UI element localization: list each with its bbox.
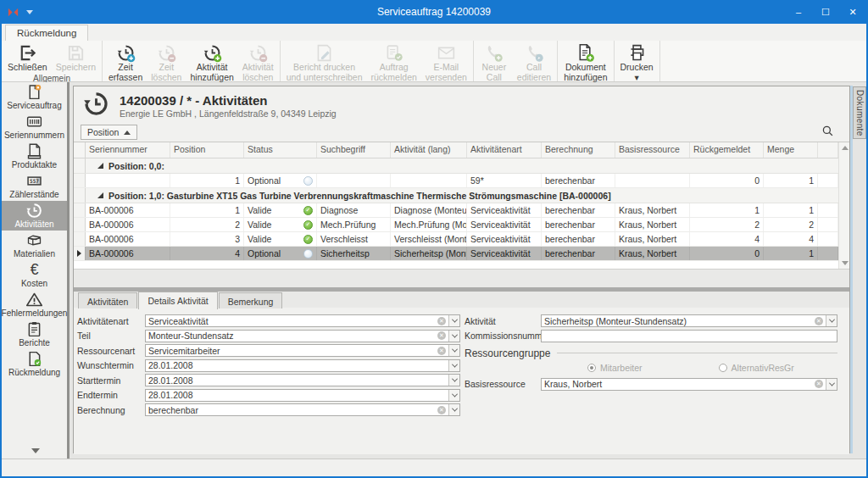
sidebar-item-label: Berichte [19, 338, 50, 347]
sidebar-item-produktakte[interactable]: Produktakte [2, 142, 67, 171]
clear-icon[interactable]: ✕ [437, 406, 446, 414]
radio-mitarbeiter[interactable]: Mitarbeiter [587, 363, 643, 373]
button-label: Bericht druckenund unterschreiben [287, 63, 363, 83]
sidebar-item-r-ckmeldung[interactable]: Rückmeldung [2, 349, 67, 379]
starttermin-field[interactable]: 28.01.2008 [145, 374, 460, 386]
column-header-seriennummer[interactable]: Seriennummer [86, 142, 170, 158]
column-header-basisressource[interactable]: Basisressource [615, 142, 690, 158]
sidebar-item-kosten[interactable]: €Kosten [2, 260, 67, 290]
activities-grid: SeriennummerPositionStatusSuchbegriffAkt… [74, 142, 849, 269]
sidebar-item-seriennummern[interactable]: Seriennummern [2, 112, 67, 142]
berechnung-field[interactable]: berechenbar✕ [145, 403, 460, 416]
group-expand-icon[interactable] [97, 163, 103, 169]
groupby-chip-position[interactable]: Position [81, 125, 137, 140]
table-row[interactable]: BA-0000063Valide✓VerschleisstVerschleiss… [74, 232, 838, 247]
ressourcenart-field[interactable]: Servicemitarbeiter✕ [145, 344, 460, 357]
group-expand-icon[interactable] [97, 192, 103, 198]
sidebar-item-materialien[interactable]: Materialien [2, 231, 67, 260]
activity-add-button[interactable]: Aktivitäthinzufügen [186, 42, 237, 83]
column-header-status[interactable]: Status [244, 142, 317, 158]
maximize-button[interactable]: ☐ [812, 0, 839, 24]
column-header-menge[interactable]: Menge [764, 142, 818, 158]
dropdown-button[interactable] [826, 315, 837, 326]
panel-header: 14200039 / * - Aktivitäten Energie LE Gm… [74, 86, 849, 125]
cell-berechnung: berechenbar [542, 247, 615, 260]
table-row[interactable]: BA-0000064OptionalSicherheitspSicherheit… [74, 247, 838, 261]
column-header-aktivit-tenart[interactable]: Aktivitätenart [467, 142, 542, 158]
grid-scrollbar[interactable] [838, 142, 849, 269]
minimize-button[interactable]: – [785, 0, 812, 24]
svg-text:€: € [31, 261, 39, 278]
dropdown-button[interactable] [448, 404, 459, 415]
tab-bemerkung[interactable]: Bemerkung [219, 292, 283, 309]
basisressource-field[interactable]: Kraus, Norbert ✕ [541, 378, 837, 391]
chevron-down-icon [828, 317, 834, 323]
chevron-down-icon [451, 391, 457, 397]
counter-icon: 557 [25, 172, 43, 190]
printer-button[interactable]: Drucken▾ [616, 42, 658, 83]
endtermin-field[interactable]: 28.01.2008 [145, 389, 460, 402]
dokumente-side-tab[interactable]: Dokumente [853, 86, 866, 139]
clear-icon[interactable]: ✕ [437, 347, 446, 355]
document-add-button[interactable]: Dokumenthinzufügen [559, 42, 611, 83]
kommissionsnummer-field[interactable] [541, 330, 837, 342]
radio-alternativresgr[interactable]: AlternativResGr [719, 363, 794, 373]
grid-group-row[interactable]: Position: 1,0: Gasturbine XT15 Gas Turbi… [74, 188, 838, 203]
dropdown-button[interactable] [448, 315, 459, 326]
time-add-button[interactable]: Zeiterfassen [104, 42, 147, 83]
dropdown-button[interactable] [448, 360, 459, 371]
dock-splitter[interactable] [850, 86, 853, 453]
column-header-berechnung[interactable]: Berechnung [542, 142, 615, 158]
dropdown-button[interactable] [448, 375, 459, 386]
close-button[interactable]: ✕ [839, 0, 866, 24]
clear-icon[interactable]: ✕ [815, 317, 823, 325]
search-button[interactable] [821, 125, 834, 141]
cell-aktivitaetenart: Serviceaktivität [467, 203, 542, 217]
chevron-down-icon [451, 331, 457, 337]
sidebar-item-serviceauftrag[interactable]: Serviceauftrag [2, 82, 67, 112]
column-header-r-ckgemeldet[interactable]: Rückgemeldet [690, 142, 764, 158]
table-row[interactable]: BA-0000061Valide✓DiagnoseDiagnose (Monte… [74, 203, 838, 218]
sidebar-item-aktivit-ten[interactable]: Aktivitäten [2, 201, 67, 231]
form-row: Berechnungberechenbar✕ [77, 403, 460, 416]
cell-aktivitaet_lang: Sicherheitsp (Monteur... [391, 247, 467, 260]
row-gutter [74, 203, 86, 217]
clear-icon[interactable]: ✕ [437, 317, 446, 325]
activities-icon [25, 202, 43, 220]
grid-header: SeriennummerPositionStatusSuchbegriffAkt… [74, 142, 838, 158]
aktivit-tenart-field[interactable]: Serviceaktivität✕ [145, 314, 460, 327]
dropdown-button[interactable] [448, 390, 459, 401]
column-header-position[interactable]: Position [170, 142, 244, 158]
time-remove-icon [157, 42, 176, 63]
scroll-up-icon[interactable] [842, 146, 849, 150]
grid-group-row[interactable]: Position: 0,0: [74, 158, 838, 174]
tab-rueckmeldung[interactable]: Rückmeldung [5, 25, 88, 41]
column-header-suchbegriff[interactable]: Suchbegriff [317, 142, 391, 158]
sidebar-item-fehlermeldungen[interactable]: Fehlermeldungen [2, 290, 67, 320]
dropdown-button[interactable] [448, 331, 459, 342]
teil-field[interactable]: Monteur-Stundensatz✕ [145, 330, 460, 342]
dropdown-button[interactable] [448, 345, 459, 356]
cell-basisressource: Kraus, Norbert [615, 203, 690, 217]
tab-details-aktivit-t[interactable]: Details Aktivität [138, 292, 217, 309]
table-row[interactable]: BA-0000062Valide✓Mech.PrüfungMech.Prüfun… [74, 218, 838, 232]
table-row[interactable]: 1Optional59*berechenbar01 [74, 174, 838, 188]
tab-aktivit-ten[interactable]: Aktivitäten [78, 292, 137, 309]
sidebar-item-berichte[interactable]: Berichte [2, 320, 67, 349]
cell-seriennummer: BA-000006 [86, 247, 170, 260]
dropdown-button[interactable] [826, 379, 837, 390]
cell-status: Valide✓ [244, 203, 317, 217]
group-label: Position: 0,0: [108, 161, 164, 171]
form-left-column: AktivitätenartServiceaktivität✕TeilMonte… [77, 314, 460, 419]
clear-icon[interactable]: ✕ [437, 331, 446, 340]
sidebar-overflow-button[interactable] [2, 448, 70, 453]
scroll-down-icon[interactable] [842, 261, 849, 265]
column-header-aktivit-t-lang[interactable]: Aktivität (lang) [391, 142, 467, 158]
exit-button[interactable]: Schließen [3, 42, 52, 73]
aktivitaet-field[interactable]: Sicherheitsp (Monteur-Stundensatz) ✕ [541, 314, 837, 327]
sidebar-item-z-hlerst-nde[interactable]: 557Zählerstände [2, 171, 67, 201]
sidebar-item-label: Produktakte [12, 160, 57, 170]
cell-seriennummer: BA-000006 [86, 218, 170, 231]
wunschtermin-field[interactable]: 28.01.2008 [145, 359, 460, 372]
clear-icon[interactable]: ✕ [815, 380, 823, 388]
